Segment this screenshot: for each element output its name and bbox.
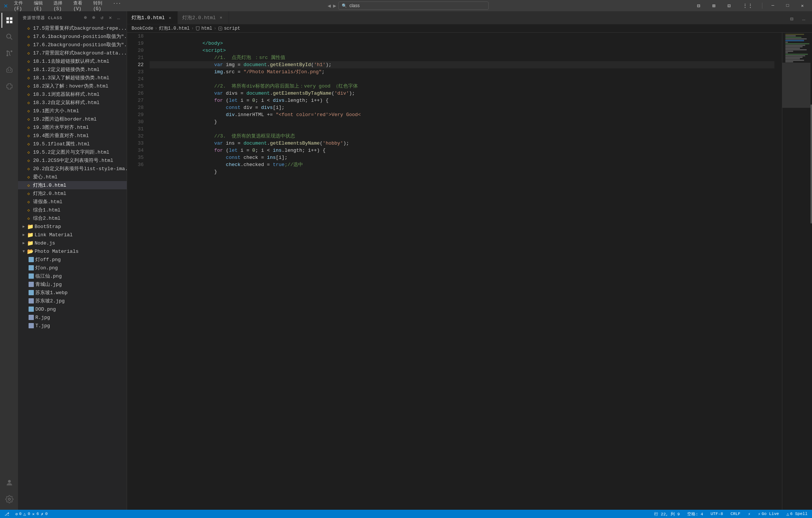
tree-item-20.2[interactable]: ◇ 20.2自定义列表项符号list-style-ima...: [18, 165, 127, 173]
code-lines[interactable]: </body> <script> //1. 点亮灯泡 ：src 属性值: [147, 33, 782, 510]
collapse-icon[interactable]: ✕: [107, 14, 114, 21]
tab-close-button[interactable]: ✕: [218, 15, 224, 21]
tree-item-19.5.1[interactable]: ◇ 19.5.1float属性.html: [18, 140, 127, 148]
tree-item-link-material[interactable]: ▶ 📁 Link Material: [18, 231, 127, 239]
tab-label: 灯泡2.0.html: [182, 14, 215, 21]
code-editor[interactable]: 18 19 20 21 22 23 24 25 26 27 28 29 30 3…: [127, 33, 782, 510]
menu-goto[interactable]: 转到(G): [90, 0, 109, 12]
tree-item-19.1[interactable]: ◇ 19.1图片大小.html: [18, 107, 127, 115]
tree-item-19.2[interactable]: ◇ 19.2图片边框border.html: [18, 115, 127, 123]
nav-forward[interactable]: ▶: [333, 3, 336, 9]
refresh-icon[interactable]: ↺: [99, 14, 106, 21]
window-minimize[interactable]: ─: [767, 3, 779, 8]
file-icon: ◇: [26, 83, 32, 89]
status-line-ending[interactable]: CRLF: [729, 512, 742, 516]
status-spaces[interactable]: 空格: 4: [686, 511, 704, 517]
menu-more[interactable]: ...: [110, 0, 124, 12]
status-cursor[interactable]: 行 22, 列 9: [653, 511, 681, 517]
tree-item-bootstrap[interactable]: ▶ 📁 BootStrap: [18, 222, 127, 231]
layout-icon3[interactable]: ⊡: [723, 3, 735, 9]
tree-item-18.1.3[interactable]: ◇ 18.1.3深入了解超链接伪类.html: [18, 74, 127, 82]
status-spell[interactable]: △ 6 Spell: [785, 512, 809, 516]
tree-item-dengoff[interactable]: 灯off.png: [18, 255, 127, 264]
activity-settings[interactable]: [2, 492, 17, 507]
tab-close-button[interactable]: ✕: [167, 15, 173, 21]
tree-item-17.6.1[interactable]: ◇ 17.6.1background-position取值为"...: [18, 32, 127, 41]
line-num-27: 27: [130, 97, 144, 104]
tree-item-18.1.1[interactable]: ◇ 18.1.1去除超链接默认样式.html: [18, 57, 127, 65]
global-search-input[interactable]: [349, 3, 485, 8]
activity-extensions[interactable]: [2, 79, 17, 94]
breadcrumb-file[interactable]: 灯泡1.0.html: [159, 25, 190, 32]
token: "<font color='red'>Very Good<: [276, 112, 361, 118]
tree-item-zonghe2[interactable]: ◇ 综合2.html: [18, 214, 127, 222]
menu-file[interactable]: 文件(F): [11, 0, 30, 12]
breadcrumb-bookcode[interactable]: BookCode: [132, 26, 153, 31]
menu-edit[interactable]: 编辑(E): [31, 0, 50, 12]
split-editor-icon[interactable]: ⊟: [786, 14, 797, 24]
minimap[interactable]: [782, 33, 812, 510]
tree-item-zonghe1[interactable]: ◇ 综合1.html: [18, 206, 127, 214]
token: }: [191, 119, 217, 125]
tree-item-photo-materials[interactable]: ▼ 📂 Photo Materials: [18, 247, 127, 255]
activity-source-control[interactable]: [2, 46, 17, 61]
token: let: [229, 148, 238, 153]
tab-dengpao2[interactable]: 灯泡2.0.html ✕: [178, 11, 229, 24]
tree-item-17.5[interactable]: ◇ 17.5背景重复样式background-repe...: [18, 24, 127, 32]
tree-item-linjiangxian[interactable]: 临江仙.png: [18, 272, 127, 280]
tree-item-17.6.2[interactable]: ◇ 17.6.2background-position取值为"...: [18, 41, 127, 49]
tree-item-dengpao2[interactable]: ◇ 灯泡2.0.html: [18, 189, 127, 198]
tree-item-qingjia[interactable]: ◇ 请假条.html: [18, 198, 127, 206]
tree-item-17.7[interactable]: ◇ 17.7背景固定样式background-atta...: [18, 49, 127, 57]
new-file-icon[interactable]: ⊕: [82, 14, 89, 21]
status-git[interactable]: ⎇: [3, 512, 11, 516]
tree-item-18.2[interactable]: ◇ 18.2深入了解：hover伪类.html: [18, 82, 127, 90]
activity-explorer[interactable]: [2, 13, 17, 28]
status-language[interactable]: ⚡: [747, 512, 752, 516]
tree-item-20.1.2[interactable]: ◇ 20.1.2CSS中定义列表项符号.html: [18, 156, 127, 165]
tree-item-nodejs[interactable]: ▶ 📁 Node.js: [18, 239, 127, 247]
tree-item-aixin[interactable]: ◇ 爱心.html: [18, 173, 127, 181]
new-folder-icon[interactable]: ⊕: [91, 14, 97, 21]
window-close[interactable]: ✕: [797, 3, 808, 9]
status-errors[interactable]: ⊘ 0 △ 0 ✕ 6 ✗ 0: [14, 512, 49, 516]
tree-item-sudongpo2[interactable]: 苏东坡2.jpg: [18, 297, 127, 305]
tree-item-dengon[interactable]: 灯on.png: [18, 264, 127, 272]
layout-icon4[interactable]: ⋮⋮: [738, 3, 757, 9]
tree-item-19.4[interactable]: ◇ 19.4图片垂直对齐.html: [18, 131, 127, 140]
tree-item-qingchengshan[interactable]: 青城山.jpg: [18, 280, 127, 288]
activity-account[interactable]: [2, 475, 17, 490]
token: <script>: [191, 48, 226, 53]
minimap-scrollbar[interactable]: [810, 33, 812, 510]
tab-dengpao1[interactable]: 灯泡1.0.html ✕: [127, 11, 178, 24]
more-icon[interactable]: …: [115, 14, 122, 21]
token: div =: [241, 105, 261, 110]
activity-search[interactable]: [2, 29, 17, 44]
token: check =: [241, 155, 267, 160]
tree-item-t[interactable]: T.jpg: [18, 322, 127, 330]
global-search-box[interactable]: 🔍: [338, 2, 489, 10]
layout-icon2[interactable]: ⊞: [707, 3, 720, 9]
tree-item-r[interactable]: R.jpg: [18, 313, 127, 322]
tree-item-18.3.1[interactable]: ◇ 18.3.1浏览器鼠标样式.html: [18, 90, 127, 98]
layout-icon1[interactable]: ⊟: [692, 3, 704, 9]
menu-view[interactable]: 查看(V): [70, 0, 89, 12]
tree-item-18.3.2[interactable]: ◇ 18.3.2自定义鼠标样式.html: [18, 98, 127, 107]
token: i =: [238, 148, 252, 153]
nav-back[interactable]: ◀: [328, 3, 331, 9]
tree-item-18.1.2[interactable]: ◇ 18.1.2定义超链接伪类.html: [18, 65, 127, 74]
window-maximize[interactable]: □: [782, 3, 794, 8]
breadcrumb-html[interactable]: html: [201, 26, 212, 31]
menu-select[interactable]: 选择(S): [50, 0, 70, 12]
more-actions-icon[interactable]: …: [798, 14, 809, 24]
status-go-live[interactable]: ⚡ Go Live: [756, 512, 780, 516]
tree-item-dengpao1[interactable]: ◇ 灯泡1.0.html: [18, 181, 127, 189]
tree-item-sudongpo1[interactable]: 苏东坡1.webp: [18, 288, 127, 297]
breadcrumb-script[interactable]: script: [224, 26, 240, 31]
tree-item-19.5.2[interactable]: ◇ 19.5.2定义图片与文字间距.html: [18, 148, 127, 156]
tree-item-dod[interactable]: DOD.png: [18, 305, 127, 313]
tree-item-19.3[interactable]: ◇ 19.3图片水平对齐.html: [18, 123, 127, 131]
token: .checked =: [241, 162, 273, 168]
activity-debug[interactable]: [2, 62, 17, 77]
status-encoding[interactable]: UTF-8: [709, 512, 724, 516]
